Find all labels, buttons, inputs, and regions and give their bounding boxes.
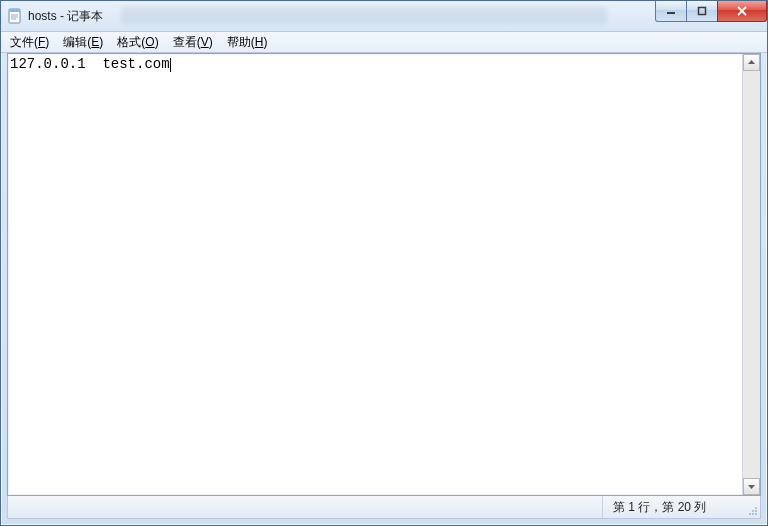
minimize-button[interactable]	[655, 1, 687, 22]
menu-edit-accel: E	[91, 35, 99, 49]
menu-edit[interactable]: 编辑(E)	[56, 33, 110, 52]
title-bar-blur	[121, 6, 607, 24]
scroll-track[interactable]	[743, 71, 760, 478]
maximize-icon	[697, 6, 707, 16]
status-cursor-position: 第 1 行，第 20 列	[602, 496, 742, 518]
resize-grip-icon	[746, 504, 758, 516]
scroll-up-button[interactable]	[743, 54, 760, 71]
window-title: hosts - 记事本	[28, 8, 103, 25]
text-editor[interactable]: 127.0.0.1 test.com	[8, 54, 742, 495]
menu-bar: 文件(F) 编辑(E) 格式(O) 查看(V) 帮助(H)	[1, 31, 767, 53]
chevron-down-icon	[747, 482, 756, 491]
menu-view-accel: V	[201, 35, 209, 49]
chevron-up-icon	[747, 58, 756, 67]
menu-format[interactable]: 格式(O)	[110, 33, 165, 52]
svg-point-7	[755, 513, 757, 515]
maximize-button[interactable]	[686, 1, 718, 22]
editor-content: 127.0.0.1 test.com	[10, 56, 170, 72]
svg-point-10	[749, 513, 751, 515]
status-bar: 第 1 行，第 20 列	[7, 496, 761, 519]
svg-rect-6	[699, 8, 706, 15]
resize-grip[interactable]	[742, 496, 760, 518]
menu-format-accel: O	[145, 35, 154, 49]
menu-help-label: 帮助	[227, 35, 251, 49]
title-bar[interactable]: hosts - 记事本	[1, 1, 767, 31]
menu-file[interactable]: 文件(F)	[3, 33, 56, 52]
text-caret	[170, 58, 171, 72]
notepad-icon	[7, 8, 23, 24]
menu-edit-label: 编辑	[63, 35, 87, 49]
svg-point-8	[752, 513, 754, 515]
menu-view-label: 查看	[173, 35, 197, 49]
menu-help-accel: H	[255, 35, 264, 49]
close-button[interactable]	[717, 1, 767, 22]
svg-point-9	[755, 510, 757, 512]
editor-wrap: 127.0.0.1 test.com	[8, 54, 760, 495]
close-icon	[736, 6, 748, 16]
menu-file-accel: F	[38, 35, 45, 49]
menu-help[interactable]: 帮助(H)	[220, 33, 275, 52]
notepad-window: hosts - 记事本 文件(F) 编辑(E) 格式(O)	[0, 0, 768, 526]
svg-rect-1	[9, 9, 20, 12]
menu-format-label: 格式	[117, 35, 141, 49]
menu-file-label: 文件	[10, 35, 34, 49]
vertical-scrollbar[interactable]	[742, 54, 760, 495]
menu-view[interactable]: 查看(V)	[166, 33, 220, 52]
status-position-text: 第 1 行，第 20 列	[613, 499, 706, 516]
svg-point-11	[752, 510, 754, 512]
client-area: 127.0.0.1 test.com	[7, 53, 761, 496]
svg-point-12	[755, 507, 757, 509]
window-controls	[656, 1, 767, 21]
svg-rect-5	[667, 12, 675, 14]
scroll-down-button[interactable]	[743, 478, 760, 495]
minimize-icon	[666, 6, 676, 16]
